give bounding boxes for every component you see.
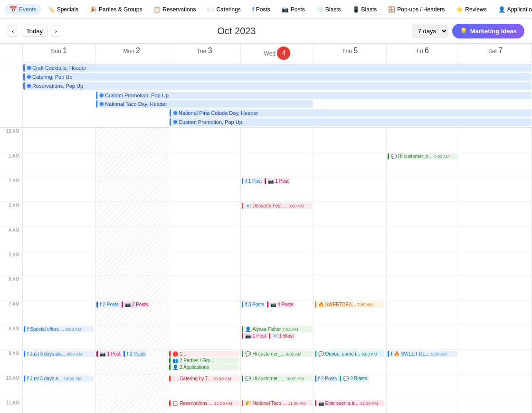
tab-posts-fb[interactable]: f Posts (247, 4, 275, 15)
event-wed-2am-fb[interactable]: f 1 Post (242, 178, 264, 184)
cell-tue-8am[interactable] (168, 325, 241, 350)
event-sun-10am[interactable]: f Just 3 days a... 10:00 AM (24, 375, 94, 382)
event-wed-8am-fisher[interactable]: 👤 Alyssa Fisher 7:52 AM (242, 326, 312, 332)
event-wed-11am[interactable]: 🌮 National Taco ... 11:00 AM (242, 400, 312, 406)
cell-wed-2am[interactable]: f 1 Post 📷 1 Post (241, 177, 314, 202)
cell-fri-1am[interactable]: 💬 Hi customer_n... 1:00 AM (387, 152, 459, 177)
cell-mon-10am[interactable] (95, 375, 168, 399)
cell-mon-9am[interactable]: 📷 1 Post f 2 Posts (95, 350, 168, 375)
cell-wed-9am[interactable]: 💬 Hi customer_... 9:02 AM (241, 350, 314, 375)
cell-sun-1am[interactable] (23, 152, 95, 177)
cell-sun-12am[interactable] (23, 128, 95, 152)
cell-mon-1am[interactable] (95, 152, 168, 177)
cell-tue-3am[interactable] (168, 202, 241, 226)
cell-tue-6am[interactable] (168, 276, 241, 300)
event-tue-10am[interactable]: 🍽️ Catering by T... 10:00 AM (169, 375, 239, 382)
cell-fri-9am[interactable]: f 🔥 SWEET DE... 9:00 AM (387, 350, 459, 375)
cell-sat-11am[interactable] (459, 399, 532, 413)
event-thu-11am[interactable]: 📷 Ever seen a tr... 11:00 AM (315, 400, 385, 406)
event-wed-7am-fb[interactable]: f 3 Posts (242, 301, 266, 308)
cell-mon-8am[interactable] (95, 325, 168, 350)
event-wed-8am-ig[interactable]: 📷 1 Post (242, 333, 267, 339)
cell-fri-4am[interactable] (387, 226, 459, 251)
cell-wed-7am[interactable]: f 3 Posts 📷 4 Posts (241, 300, 314, 325)
tab-blasts-email[interactable]: ✉️ Blasts (312, 4, 346, 15)
cell-wed-8am[interactable]: 👤 Alyssa Fisher 7:52 AM 📷 1 Post 📧 1 Bla… (241, 325, 314, 350)
tab-popups[interactable]: 🪟 Pop-ups / Headers (383, 4, 449, 15)
cell-tue-4am[interactable] (168, 226, 241, 251)
cell-tue-12am[interactable] (168, 128, 241, 152)
cell-thu-8am[interactable] (314, 325, 387, 350)
cell-sun-4am[interactable] (23, 226, 95, 251)
cell-sun-8am[interactable]: f Special offers ... 8:00 AM (23, 325, 95, 350)
cell-fri-7am[interactable] (387, 300, 459, 325)
event-fri-1am[interactable]: 💬 Hi customer_n... 1:00 AM (388, 153, 458, 160)
cell-tue-1am[interactable] (168, 152, 241, 177)
cell-thu-2am[interactable] (314, 177, 387, 202)
cell-fri-11am[interactable] (387, 399, 459, 413)
event-tue-11am[interactable]: 📋 Reservations ... 11:00 AM (169, 400, 239, 406)
cell-sun-5am[interactable] (23, 251, 95, 276)
event-thu-9am[interactable]: 💬 Ooouu, come i... 9:00 AM (315, 351, 385, 357)
cell-sat-2am[interactable] (459, 177, 532, 202)
banner-craft-cocktails[interactable]: Craft Cocktails, Header (23, 64, 532, 72)
cell-thu-6am[interactable] (314, 276, 387, 300)
cell-sun-6am[interactable] (23, 276, 95, 300)
tab-events[interactable]: 📅 Events (5, 4, 41, 15)
marketing-ideas-button[interactable]: 💡 Marketing Ideas (452, 24, 524, 38)
tab-applications[interactable]: 👤 Applications (494, 4, 532, 15)
cell-fri-5am[interactable] (387, 251, 459, 276)
event-sun-9am[interactable]: f Just 3 days aw... 9:00 AM (24, 351, 94, 357)
cell-thu-9am[interactable]: 💬 Ooouu, come i... 9:00 AM (314, 350, 387, 375)
cell-thu-11am[interactable]: 📷 Ever seen a tr... 11:00 AM (314, 399, 387, 413)
event-sun-8am[interactable]: f Special offers ... 8:00 AM (24, 326, 94, 332)
cell-thu-1am[interactable] (314, 152, 387, 177)
cell-tue-7am[interactable] (168, 300, 241, 325)
cell-tue-10am[interactable]: 🍽️ Catering by T... 10:00 AM (168, 375, 241, 399)
cell-wed-1am[interactable] (241, 152, 314, 177)
cell-sat-3am[interactable] (459, 202, 532, 226)
banner-taco-day[interactable]: National Taco Day, Header (96, 100, 313, 108)
cell-mon-11am[interactable] (95, 399, 168, 413)
event-mon-7am-ig[interactable]: 📷 2 Posts (122, 301, 150, 308)
cell-wed-10am[interactable]: 💬 Hi customer_... 10:00 AM (241, 375, 314, 399)
event-tue-9am-apps[interactable]: 👤 2 Applications (169, 364, 239, 370)
cell-fri-3am[interactable] (387, 202, 459, 226)
banner-reservations-popup[interactable]: Reservations, Pop Up (23, 82, 532, 90)
cell-tue-2am[interactable] (168, 177, 241, 202)
cell-mon-3am[interactable] (95, 202, 168, 226)
cell-fri-8am[interactable] (387, 325, 459, 350)
banner-custom-promo2[interactable]: Custom Promotion, Pop Up (170, 118, 532, 126)
cell-mon-4am[interactable] (95, 226, 168, 251)
tab-posts-ig[interactable]: 📷 Posts (277, 4, 310, 15)
banner-pina-colada[interactable]: National Pina Colada Day, Header (170, 109, 532, 117)
tab-parties[interactable]: 🎉 Parties & Groups (85, 4, 147, 15)
cell-fri-12am[interactable] (387, 128, 459, 152)
banner-custom-promo[interactable]: Custom Promotion, Pop Up (96, 92, 532, 99)
tab-blasts-sms[interactable]: 📱 Blasts (348, 4, 382, 15)
cell-sat-5am[interactable] (459, 251, 532, 276)
cell-sat-1am[interactable] (459, 152, 532, 177)
cell-mon-2am[interactable] (95, 177, 168, 202)
tab-specials[interactable]: 🏷️ Specials (43, 4, 83, 15)
tab-caterings[interactable]: 🍽️ Caterings (202, 4, 245, 15)
days-select[interactable]: 7 days (412, 25, 448, 38)
cell-sun-9am[interactable]: f Just 3 days aw... 9:00 AM (23, 350, 95, 375)
cell-mon-5am[interactable] (95, 251, 168, 276)
cell-thu-7am[interactable]: 🔥 SWEETDEA... 7:00 AM (314, 300, 387, 325)
cell-sat-9am[interactable] (459, 350, 532, 375)
event-wed-3am[interactable]: 📧 Desserts Fest ... 3:00 AM (242, 203, 312, 209)
event-wed-7am-ig[interactable]: 📷 4 Posts (267, 301, 295, 308)
prev-button[interactable]: ‹ (8, 26, 18, 37)
cell-sun-2am[interactable] (23, 177, 95, 202)
cell-sat-6am[interactable] (459, 276, 532, 300)
cell-sun-3am[interactable] (23, 202, 95, 226)
tab-reviews[interactable]: ⭐ Reviews (451, 4, 491, 15)
cell-mon-7am[interactable]: f 2 Posts 📷 2 Posts (95, 300, 168, 325)
cell-thu-3am[interactable] (314, 202, 387, 226)
cell-sat-4am[interactable] (459, 226, 532, 251)
event-fri-9am[interactable]: f 🔥 SWEET DE... 9:00 AM (388, 351, 458, 357)
cell-fri-6am[interactable] (387, 276, 459, 300)
event-wed-2am-ig[interactable]: 📷 1 Post (265, 178, 290, 184)
cell-sat-12am[interactable] (459, 128, 532, 152)
